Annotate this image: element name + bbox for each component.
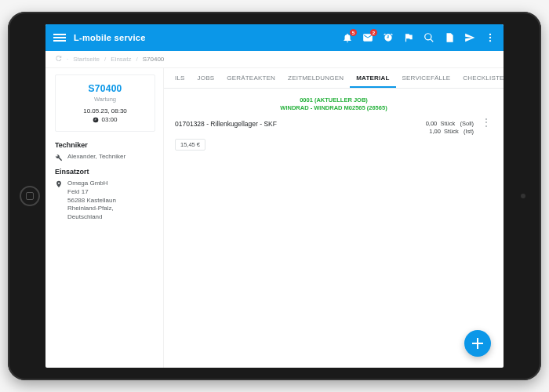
tablet-frame: L-mobile service 5 2 · (8, 12, 541, 380)
app-bar: L-mobile service 5 2 (45, 24, 504, 51)
tab-zeitmeldungen[interactable]: ZEITMELDUNGEN (282, 74, 350, 88)
service-duration-value: 03:00 (101, 116, 117, 123)
crumb-home[interactable]: Startseite (73, 56, 100, 63)
crumb-current: S70400 (143, 56, 165, 63)
job-line1: 0001 (AKTUELLER JOB) (170, 96, 497, 104)
add-button[interactable] (464, 330, 491, 357)
search-icon[interactable] (424, 32, 434, 43)
qty-ist-label: (Ist) (464, 128, 474, 135)
service-type: Wartung (62, 96, 148, 103)
breadcrumb: · Startseite / Einsatz / S70400 (45, 51, 504, 68)
content-body: S70400 Wartung 10.05.23, 08:30 03:00 Tec… (45, 68, 504, 368)
qty-soll-label: (Soll) (460, 120, 474, 127)
sidebar: S70400 Wartung 10.05.23, 08:30 03:00 Tec… (45, 68, 163, 368)
mail-icon[interactable]: 2 (362, 32, 373, 43)
svg-point-0 (489, 34, 491, 35)
qty-unit: Stück (440, 120, 455, 127)
location-heading: Einsatzort (55, 168, 155, 176)
history-icon[interactable] (55, 55, 62, 64)
current-job-header: 0001 (AKTUELLER JOB) WINDRAD - WINDRAD M… (164, 89, 504, 117)
appbar-actions: 5 2 (342, 32, 496, 43)
clock-icon (93, 117, 99, 123)
material-row: 01701328 - Rillenkugellager - SKF 0,00 S… (164, 117, 504, 155)
crumb-mid[interactable]: Einsatz (111, 56, 131, 63)
qty-soll: 0,00 (426, 120, 438, 127)
loc-street: Feld 17 (67, 188, 116, 197)
technician-name: Alexander, Techniker (67, 153, 125, 162)
loc-region: Rheinland-Pfalz, (67, 205, 116, 213)
menu-icon[interactable] (53, 34, 66, 42)
loc-country: Deutschland (67, 213, 116, 222)
more-icon[interactable] (485, 32, 496, 43)
job-line2: WINDRAD - WINDRAD M02565 (26565) (170, 104, 497, 112)
tab-jobs[interactable]: JOBS (191, 74, 221, 88)
row-more-icon[interactable]: ⋮ (480, 120, 493, 125)
tab-geraeteakten[interactable]: GERÄTEAKTEN (220, 74, 282, 88)
notification-icon[interactable]: 5 (342, 32, 353, 43)
material-name: 01701328 - Rillenkugellager - SKF (175, 120, 420, 128)
document-icon[interactable] (444, 32, 455, 43)
loc-city: 56288 Kastellaun (67, 197, 116, 205)
tab-bar: ILS JOBS GERÄTEAKTEN ZEITMELDUNGEN MATER… (164, 68, 504, 89)
crumb-sep: / (136, 56, 138, 63)
send-icon[interactable] (464, 32, 475, 43)
pin-icon (55, 180, 63, 188)
tab-checklisten[interactable]: CHECKLISTEN (456, 74, 504, 88)
service-duration: 03:00 (62, 116, 148, 123)
alarm-icon[interactable] (383, 32, 394, 43)
qty-ist: 1,00 (429, 128, 441, 135)
material-quantities: 0,00 Stück (Soll) 1,00 Stück (Ist) (426, 120, 474, 136)
service-card: S70400 Wartung 10.05.23, 08:30 03:00 (55, 74, 155, 132)
location-address: Omega GmbH Feld 17 56288 Kastellaun Rhei… (67, 180, 116, 222)
flag-icon[interactable] (403, 32, 414, 43)
tablet-camera (521, 194, 525, 198)
svg-point-1 (489, 37, 491, 38)
mail-badge: 2 (370, 29, 377, 36)
crumb-sep: / (104, 56, 106, 63)
qty-unit: Stück (444, 128, 459, 135)
material-price[interactable]: 15,45 € (175, 139, 205, 151)
main-panel: ILS JOBS GERÄTEAKTEN ZEITMELDUNGEN MATER… (163, 68, 504, 368)
tablet-home-button[interactable] (20, 186, 40, 206)
tab-ils[interactable]: ILS (169, 74, 191, 88)
loc-name: Omega GmbH (67, 180, 116, 188)
tab-servicefaelle[interactable]: SERVICEFÄLLE (396, 74, 457, 88)
app-title: L-mobile service (74, 33, 342, 42)
technician-row: Alexander, Techniker (55, 153, 155, 162)
crumb-sep: · (67, 56, 68, 63)
app-screen: L-mobile service 5 2 · (45, 24, 504, 368)
svg-point-2 (489, 40, 491, 42)
tech-heading: Techniker (55, 141, 155, 149)
notification-badge: 5 (350, 29, 357, 36)
service-datetime: 10.05.23, 08:30 (62, 107, 148, 114)
service-id[interactable]: S70400 (62, 83, 148, 94)
tab-material[interactable]: MATERIAL (350, 74, 395, 88)
location-row: Omega GmbH Feld 17 56288 Kastellaun Rhei… (55, 180, 155, 222)
wrench-icon (55, 154, 63, 162)
